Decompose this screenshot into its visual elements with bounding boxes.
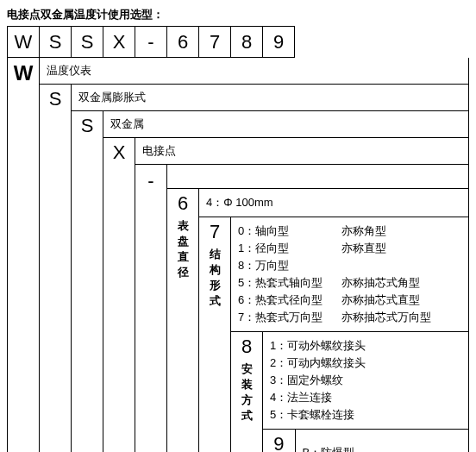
- digit-9-desc: B：防爆型 N：耐振性: [295, 430, 468, 452]
- digit-9-row: 9 类 型 B：防爆型 N：耐振性: [263, 430, 469, 453]
- digit-9: 9: [263, 430, 295, 452]
- level-W-label: 温度仪表: [40, 58, 469, 85]
- level-S1-letter: S: [40, 85, 72, 453]
- digit-7-cell: 7 结 构 形 式: [199, 217, 231, 453]
- level-X-letter: X: [103, 138, 135, 453]
- digit-8-cell: 8 安 装 方 式: [231, 332, 263, 453]
- code-cell-4: -: [135, 27, 167, 58]
- code-cell-5: 6: [167, 27, 199, 58]
- level-dash-letter: -: [135, 165, 167, 453]
- digit-9-cell: 9 类 型: [263, 430, 295, 452]
- code-cell-1: S: [40, 27, 72, 58]
- code-cell-7: 8: [231, 27, 263, 58]
- digit-6-vlabel: 表 盘 直 径: [167, 218, 198, 284]
- code-row-table: W S S X - 6 7 8 9: [7, 26, 295, 58]
- page-title: 电接点双金属温度计使用选型：: [7, 7, 469, 22]
- digit-8-vlabel: 安 装 方 式: [231, 361, 262, 427]
- code-cell-0: W: [8, 27, 40, 58]
- digit-8-desc: 1：可动外螺纹接头 2：可动内螺纹接头 3：固定外螺纹 4：法兰连接 5：卡套螺…: [263, 332, 469, 430]
- code-cell-2: S: [72, 27, 103, 58]
- digit-7: 7: [199, 217, 230, 247]
- level-W-letter: W: [8, 58, 40, 452]
- code-cell-3: X: [103, 27, 135, 58]
- digit-7-vlabel: 结 构 形 式: [199, 247, 230, 312]
- digit-6-cell: 6 表 盘 直 径: [167, 189, 199, 453]
- code-cell-6: 7: [199, 27, 231, 58]
- level-S2-label: 双金属: [103, 111, 469, 138]
- digit-7-desc: 0：轴向型亦称角型 1：径向型亦称直型 8：万向型 5：热套式轴向型亦称抽芯式角…: [231, 217, 469, 332]
- hierarchy-table: W 温度仪表 S 双金属膨胀式 S 双金属 X 电接点 - 6 表 盘 直 径 …: [7, 58, 469, 452]
- digit-8: 8: [231, 332, 262, 361]
- digit-6-desc: 4：Φ 100mm: [199, 189, 469, 217]
- code-cell-8: 9: [263, 27, 295, 58]
- level-X-label: 电接点: [135, 138, 469, 165]
- level-S1-label: 双金属膨胀式: [72, 85, 469, 111]
- digit-6: 6: [167, 189, 198, 218]
- level-S2-letter: S: [72, 111, 103, 453]
- level-dash-spacer: [167, 165, 469, 189]
